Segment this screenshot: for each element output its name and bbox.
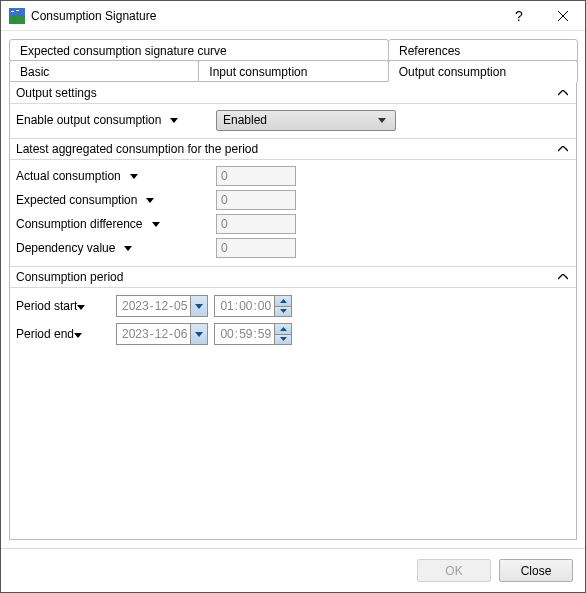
empty-area bbox=[10, 354, 576, 539]
group-body-output-settings: Enable output consumption Enabled bbox=[10, 104, 576, 138]
svg-marker-16 bbox=[74, 333, 82, 338]
svg-marker-14 bbox=[280, 299, 287, 303]
tab-references[interactable]: References bbox=[388, 39, 578, 61]
spin-down-button[interactable] bbox=[275, 306, 291, 317]
chevron-up-icon bbox=[556, 86, 570, 100]
date-dropdown-button[interactable] bbox=[190, 324, 207, 344]
consumption-difference-field[interactable] bbox=[216, 214, 296, 234]
svg-marker-8 bbox=[130, 174, 138, 179]
chevron-up-icon bbox=[556, 270, 570, 284]
label-dropdown-icon[interactable] bbox=[121, 241, 135, 255]
time-spinner[interactable] bbox=[274, 324, 291, 344]
expected-consumption-field[interactable] bbox=[216, 190, 296, 210]
svg-rect-0 bbox=[9, 15, 25, 24]
svg-marker-19 bbox=[280, 337, 287, 341]
period-end-label: Period end bbox=[16, 327, 116, 341]
expected-consumption-label: Expected consumption bbox=[16, 193, 216, 207]
label-dropdown-icon[interactable] bbox=[149, 217, 163, 231]
label-dropdown-icon[interactable] bbox=[77, 299, 85, 313]
date-dropdown-button[interactable] bbox=[190, 296, 207, 316]
content-area: Expected consumption signature curve Ref… bbox=[1, 31, 585, 548]
help-button[interactable]: ? bbox=[497, 1, 541, 31]
tab-output-consumption[interactable]: Output consumption bbox=[388, 60, 578, 82]
svg-rect-2 bbox=[11, 11, 14, 12]
actual-consumption-field[interactable] bbox=[216, 166, 296, 186]
group-body-period: Period start 2023- 12- 05 01: 00: 00 bbox=[10, 288, 576, 354]
chevron-up-icon bbox=[556, 142, 570, 156]
enable-output-combo[interactable]: Enabled bbox=[216, 110, 396, 131]
tabs-row-top: Expected consumption signature curve Ref… bbox=[9, 39, 577, 61]
spin-up-button[interactable] bbox=[275, 296, 291, 306]
period-start-date[interactable]: 2023- 12- 05 bbox=[116, 295, 208, 317]
app-icon bbox=[9, 8, 25, 24]
svg-marker-15 bbox=[280, 309, 287, 313]
dependency-value-label: Dependency value bbox=[16, 241, 216, 255]
period-start-time[interactable]: 01: 00: 00 bbox=[214, 295, 292, 317]
spin-up-button[interactable] bbox=[275, 324, 291, 334]
consumption-difference-label: Consumption difference bbox=[16, 217, 216, 231]
enable-output-label: Enable output consumption bbox=[16, 113, 216, 127]
svg-marker-11 bbox=[124, 246, 132, 251]
group-header-period[interactable]: Consumption period bbox=[10, 266, 576, 288]
chevron-down-icon bbox=[375, 113, 389, 127]
svg-rect-3 bbox=[16, 10, 19, 11]
tab-panel: Output settings Enable output consumptio… bbox=[9, 82, 577, 540]
close-button[interactable]: Close bbox=[499, 559, 573, 582]
tab-basic[interactable]: Basic bbox=[9, 60, 199, 82]
dependency-value-field[interactable] bbox=[216, 238, 296, 258]
ok-button[interactable]: OK bbox=[417, 559, 491, 582]
period-start-label: Period start bbox=[16, 299, 116, 313]
window-title: Consumption Signature bbox=[31, 9, 156, 23]
tab-input-consumption[interactable]: Input consumption bbox=[198, 60, 388, 82]
tab-strips: Expected consumption signature curve Ref… bbox=[9, 39, 577, 82]
label-dropdown-icon[interactable] bbox=[143, 193, 157, 207]
svg-marker-9 bbox=[146, 198, 154, 203]
svg-marker-7 bbox=[378, 118, 386, 123]
actual-consumption-label: Actual consumption bbox=[16, 169, 216, 183]
titlebar: Consumption Signature ? bbox=[1, 1, 585, 31]
svg-marker-18 bbox=[280, 327, 287, 331]
period-end-time[interactable]: 00: 59: 59 bbox=[214, 323, 292, 345]
tab-expected-curve[interactable]: Expected consumption signature curve bbox=[9, 39, 389, 61]
svg-marker-10 bbox=[152, 222, 160, 227]
svg-marker-12 bbox=[77, 305, 85, 310]
label-dropdown-icon[interactable] bbox=[167, 113, 181, 127]
svg-marker-13 bbox=[195, 304, 203, 309]
close-icon bbox=[558, 11, 568, 21]
group-title-output-settings: Output settings bbox=[16, 86, 556, 100]
svg-marker-17 bbox=[195, 332, 203, 337]
group-header-latest-agg[interactable]: Latest aggregated consumption for the pe… bbox=[10, 138, 576, 160]
button-bar: OK Close bbox=[1, 548, 585, 592]
group-header-output-settings[interactable]: Output settings bbox=[10, 82, 576, 104]
label-dropdown-icon[interactable] bbox=[74, 327, 82, 341]
tabs-row-bottom: Basic Input consumption Output consumpti… bbox=[9, 60, 577, 82]
time-spinner[interactable] bbox=[274, 296, 291, 316]
spin-down-button[interactable] bbox=[275, 334, 291, 345]
group-title-period: Consumption period bbox=[16, 270, 556, 284]
svg-marker-6 bbox=[170, 118, 178, 123]
window-close-button[interactable] bbox=[541, 1, 585, 31]
group-title-latest-agg: Latest aggregated consumption for the pe… bbox=[16, 142, 556, 156]
label-dropdown-icon[interactable] bbox=[127, 169, 141, 183]
group-body-latest-agg: Actual consumption Expected consumption … bbox=[10, 160, 576, 266]
period-end-date[interactable]: 2023- 12- 06 bbox=[116, 323, 208, 345]
